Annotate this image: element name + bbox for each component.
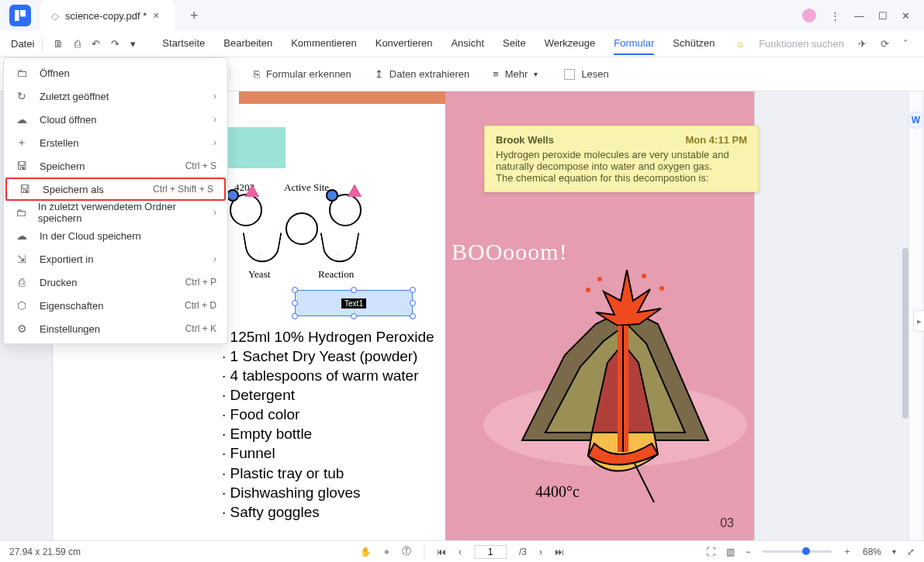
menu-open[interactable]: 🗀Öffnen — [4, 61, 227, 84]
extract-label: Daten extrahieren — [389, 68, 469, 80]
next-page-icon[interactable]: › — [539, 546, 542, 557]
menu-ansicht[interactable]: Ansicht — [451, 33, 484, 55]
recent-icon: ↻ — [15, 90, 29, 102]
form-text-field[interactable]: Text1 — [295, 290, 413, 316]
materials-list: 125ml 10% Hydrogen Peroxide1 Sachet Dry … — [222, 327, 434, 522]
svg-point-9 — [659, 286, 664, 291]
more-button[interactable]: ≡ Mehr ▾ — [493, 68, 538, 80]
recognize-form-button[interactable]: ⎘ Formular erkennen — [254, 68, 351, 80]
menu-settings[interactable]: ⚙EinstellungenCtrl + K — [4, 317, 227, 340]
menu-formular[interactable]: Formular — [614, 33, 654, 55]
save-icon: 🖫 — [15, 160, 29, 172]
select-tool-icon[interactable]: ⌖ — [384, 546, 389, 557]
menu-print[interactable]: ⎙DruckenCtrl + P — [4, 271, 227, 294]
layout-icon[interactable]: ▥ — [726, 546, 735, 557]
zoom-out-icon[interactable]: − — [746, 546, 751, 557]
chevron-right-icon: › — [213, 137, 216, 148]
menu-save-recent-folder[interactable]: 🗀In zuletzt verwendetem Ordner speichern… — [4, 201, 227, 224]
menu-save-cloud[interactable]: ☁In der Cloud speichern — [4, 224, 227, 247]
fit-width-icon[interactable]: ⛶ — [706, 546, 715, 557]
undo-icon[interactable]: ↶ — [92, 38, 100, 50]
menu-save[interactable]: 🖫SpeichernCtrl + S — [4, 154, 227, 178]
menu-create[interactable]: ＋Erstellen› — [4, 131, 227, 154]
close-window-icon[interactable]: ✕ — [902, 10, 910, 22]
expand-panel-button[interactable]: ▸ — [913, 310, 924, 332]
menu-startseite[interactable]: Startseite — [162, 33, 205, 55]
word-export-badge[interactable]: W — [908, 112, 925, 129]
chevron-down-icon: ▾ — [534, 70, 538, 78]
text-select-icon[interactable]: Ⓣ — [402, 545, 411, 558]
menu-konvertieren[interactable]: Konvertieren — [375, 33, 433, 55]
maximize-icon[interactable]: ☐ — [878, 10, 888, 22]
active-site-label: Active Site — [284, 181, 329, 194]
chevron-up-icon[interactable]: ˄ — [903, 38, 908, 50]
minimize-icon[interactable]: ― — [854, 10, 864, 22]
menu-recent[interactable]: ↻Zuletzt geöffnet› — [4, 84, 227, 108]
print-icon[interactable]: ⎙ — [74, 38, 81, 50]
chevron-down-icon[interactable]: ▾ — [892, 547, 896, 556]
field-name-badge: Text1 — [341, 298, 366, 309]
menu-werkzeuge[interactable]: Werkzeuge — [545, 33, 596, 55]
boom-text: BOOooom! — [452, 239, 568, 265]
menu-export[interactable]: ⇲Exportiert in› — [4, 247, 227, 271]
chevron-right-icon: › — [213, 207, 216, 218]
page-number: 03 — [720, 516, 734, 530]
yeast-label: Yeast — [248, 268, 270, 281]
menu-bar: Datei 🗎 ⎙ ↶ ↷ ▾ Startseite Bearbeiten Ko… — [0, 31, 924, 57]
chevron-right-icon: › — [213, 91, 216, 102]
hand-tool-icon[interactable]: ✋ — [360, 546, 372, 557]
cloud-icon: ☁ — [15, 113, 29, 126]
file-menu[interactable]: Datei — [6, 38, 39, 50]
prev-page-icon[interactable]: ‹ — [459, 546, 462, 557]
create-icon: ＋ — [15, 136, 29, 150]
vertical-scrollbar[interactable] — [902, 248, 908, 419]
document-tab[interactable]: ◇ science-copy.pdf * × — [40, 0, 175, 31]
enzyme-diagram — [230, 194, 262, 226]
note-line: The chemical equation for this decompost… — [496, 172, 747, 184]
user-avatar-icon[interactable] — [802, 9, 816, 22]
title-bar: ◇ science-copy.pdf * × + ⋮ ― ☐ ✕ — [0, 0, 924, 31]
note-line: naturally decompose into water and oxyge… — [496, 160, 747, 172]
note-time: Mon 4:11 PM — [686, 134, 747, 146]
function-search[interactable]: Funktionen suchen — [759, 38, 844, 50]
print-icon: ⎙ — [15, 276, 29, 288]
menu-save-as[interactable]: 🖫Speichern alsCtrl + Shift + S — [5, 178, 226, 201]
comment-note[interactable]: Brook WellsMon 4:11 PM Hydrogen peroxide… — [484, 126, 759, 192]
send-icon[interactable]: ✈ — [858, 38, 867, 50]
new-tab-button[interactable]: + — [185, 7, 202, 24]
file-dropdown-menu: 🗀Öffnen ↻Zuletzt geöffnet› ☁Cloud öffnen… — [3, 57, 228, 344]
chevron-right-icon: › — [213, 253, 216, 264]
svg-point-10 — [586, 288, 590, 292]
zoom-value[interactable]: 68% — [863, 546, 881, 557]
menu-cloud-open[interactable]: ☁Cloud öffnen› — [4, 108, 227, 131]
menu-seite[interactable]: Seite — [503, 33, 526, 55]
folder-icon: 🗀 — [15, 206, 27, 219]
menu-bearbeiten[interactable]: Bearbeiten — [223, 33, 272, 55]
extract-icon: ↥ — [375, 68, 383, 80]
open-icon: 🗀 — [15, 67, 29, 79]
more-label: Mehr — [505, 68, 528, 80]
extract-data-button[interactable]: ↥ Daten extrahieren — [375, 68, 469, 80]
zoom-in-icon[interactable]: ＋ — [843, 545, 852, 558]
volcano-illustration — [472, 270, 759, 510]
save-icon[interactable]: 🗎 — [54, 38, 64, 50]
cloud-icon[interactable]: ⟳ — [881, 38, 889, 50]
redo-icon[interactable]: ↷ — [111, 38, 119, 50]
first-page-icon[interactable]: ⏮ — [437, 546, 446, 557]
menu-properties[interactable]: ⬡EigenschaftenCtrl + D — [4, 294, 227, 317]
zoom-slider[interactable] — [762, 550, 832, 553]
svg-rect-0 — [15, 10, 19, 21]
fullscreen-icon[interactable]: ⤢ — [907, 546, 915, 557]
last-page-icon[interactable]: ⏭ — [555, 546, 564, 557]
dropdown-caret-icon[interactable]: ▾ — [130, 38, 136, 50]
kebab-menu-icon[interactable]: ⋮ — [830, 10, 840, 22]
cursor-coords: 27.94 x 21.59 cm — [9, 546, 81, 557]
menu-kommentieren[interactable]: Kommentieren — [291, 33, 357, 55]
close-icon[interactable]: × — [153, 10, 164, 21]
page-input[interactable] — [474, 545, 507, 559]
menu-schuetzen[interactable]: Schützen — [673, 33, 715, 55]
enzyme-diagram — [286, 212, 318, 245]
read-mode-toggle[interactable]: Lesen — [564, 68, 608, 80]
temperature-label: 4400°c — [535, 483, 580, 501]
reaction-label: Reaction — [318, 268, 354, 281]
